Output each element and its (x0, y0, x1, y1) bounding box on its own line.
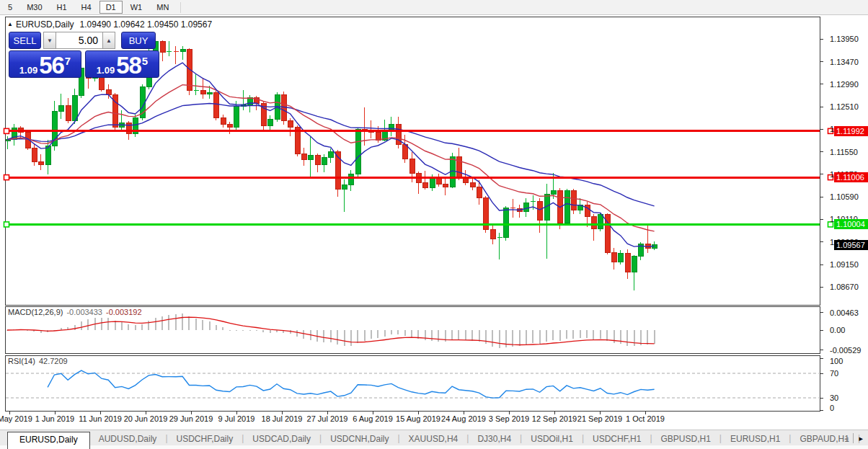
buy-button[interactable]: BUY (121, 32, 156, 49)
timeframe-button-5[interactable]: 5 (1, 1, 19, 14)
svg-text:18 Jul 2019: 18 Jul 2019 (262, 414, 303, 423)
sell-price-pip: 7 (65, 55, 71, 67)
tab-usdcnh-daily[interactable]: USDCNH,Daily (322, 432, 397, 449)
line-price-tag: 1.10004 (834, 219, 868, 229)
hline-handle (4, 222, 9, 227)
macd-main-value: -0.003433 (66, 308, 102, 316)
current-price-tag: 1.09567 (834, 240, 868, 250)
tab-usdoil-h1[interactable]: USDOil,H1 (522, 432, 582, 449)
svg-text:27 Jul 2019: 27 Jul 2019 (307, 414, 348, 423)
chart-title: ▲EURUSD,Daily1.09490 1.09642 1.09450 1.0… (7, 19, 212, 30)
svg-text:1.11550: 1.11550 (830, 148, 858, 156)
tab-xauusd-h4[interactable]: XAUUSD,H4 (400, 432, 467, 449)
svg-text:6 Aug 2019: 6 Aug 2019 (353, 414, 393, 423)
tabs-scroll-left-icon[interactable]: ◂ (841, 434, 852, 443)
tab-usdchf-daily[interactable]: USDCHF,Daily (168, 432, 242, 449)
chart-symbol-label: EURUSD,Daily (16, 19, 74, 30)
tabs-scroll-divider (853, 433, 854, 443)
macd-indicator-label: MACD(12,26,9)-0.003433-0.003192 (8, 308, 142, 316)
svg-text:1.12510: 1.12510 (830, 102, 859, 111)
macd-pane (6, 314, 655, 348)
line-price-tag: 1.11006 (834, 172, 868, 182)
tabs-scroll-controls: ◂ ▸ (841, 433, 867, 443)
one-click-trading-panel: SELL ▼ 5.00 ▲ BUY 1.09567 1.09585 (9, 32, 160, 78)
mt4-window: 5M30H1H4D1W1MN 1.139501.134701.129901.12… (0, 0, 868, 449)
hline-handle (4, 175, 9, 180)
line-price-tag: 1.11992 (834, 126, 868, 136)
svg-text:9 Jul 2019: 9 Jul 2019 (218, 414, 255, 423)
buy-price-prefix: 1.09 (97, 65, 115, 76)
svg-text:1.13470: 1.13470 (830, 58, 859, 66)
svg-text:24 Aug 2019: 24 Aug 2019 (441, 414, 486, 423)
svg-text:23 May 2019: 23 May 2019 (0, 414, 32, 423)
sell-price-big: 56 (39, 52, 64, 79)
svg-text:1.12990: 1.12990 (830, 80, 859, 89)
timeframe-button-mn[interactable]: MN (150, 1, 175, 14)
svg-text:3 Sep 2019: 3 Sep 2019 (489, 414, 529, 423)
sell-button[interactable]: SELL (9, 32, 41, 49)
rsi-pane (6, 370, 819, 398)
buy-price-pip: 5 (142, 55, 148, 67)
svg-text:0.00463: 0.00463 (830, 308, 859, 317)
svg-text:70: 70 (830, 369, 838, 378)
tab-eurusd-daily[interactable]: EURUSD,Daily (7, 432, 90, 449)
volume-input[interactable]: 5.00 (56, 32, 102, 49)
timeframe-button-m30[interactable]: M30 (20, 1, 48, 14)
tabs-holder: EURUSD,DailyAUDUSD,Daily|USDCHF,Daily|US… (0, 430, 868, 449)
volume-increase-button[interactable]: ▲ (102, 32, 115, 49)
rsi-indicator-label: RSI(14)42.7209 (8, 357, 68, 365)
buy-price-big: 58 (116, 52, 141, 79)
svg-text:1.09150: 1.09150 (830, 260, 859, 269)
timeframe-button-h1[interactable]: H1 (50, 1, 74, 14)
collapse-panel-icon[interactable]: ▲ (7, 21, 13, 27)
svg-text:21 Sep 2019: 21 Sep 2019 (577, 414, 622, 423)
svg-text:1 Jun 2019: 1 Jun 2019 (35, 414, 74, 423)
svg-text:0.00: 0.00 (830, 326, 845, 334)
chart-ohlc-values: 1.09490 1.09642 1.09450 1.09567 (80, 19, 213, 30)
chevron-down-icon: ▼ (47, 37, 53, 44)
svg-text:0: 0 (830, 404, 834, 412)
svg-text:15 Aug 2019: 15 Aug 2019 (396, 414, 440, 423)
horizontal-lines-layer[interactable] (4, 128, 833, 227)
timeframe-toolbar: 5M30H1H4D1W1MN (0, 0, 868, 15)
chart-tabs-bar: EURUSD,DailyAUDUSD,Daily|USDCHF,Daily|US… (0, 430, 868, 449)
svg-text:-0.00529: -0.00529 (830, 346, 861, 355)
tab-gbpusd-h1[interactable]: GBPUSD,H1 (652, 432, 719, 449)
tab-eurusd-h1[interactable]: EURUSD,H1 (722, 432, 789, 449)
rsi-name: RSI(14) (8, 357, 35, 365)
svg-text:100: 100 (830, 357, 843, 365)
svg-text:29 Jun 2019: 29 Jun 2019 (169, 414, 213, 423)
macd-name: MACD(12,26,9) (8, 308, 63, 316)
svg-text:1.08670: 1.08670 (830, 283, 859, 291)
svg-text:20 Jun 2019: 20 Jun 2019 (124, 414, 168, 423)
tab-usdcad-daily[interactable]: USDCAD,Daily (244, 432, 319, 449)
svg-text:11 Jun 2019: 11 Jun 2019 (79, 414, 122, 423)
toolbar-separator (180, 2, 181, 13)
tabs-scroll-right-icon[interactable]: ▸ (855, 434, 867, 443)
timeframe-button-h4[interactable]: H4 (75, 1, 98, 14)
volume-stepper: ▼ 5.00 ▲ (43, 32, 115, 49)
svg-text:1.13950: 1.13950 (830, 35, 859, 43)
volume-decrease-button[interactable]: ▼ (43, 32, 56, 49)
svg-text:12 Sep 2019: 12 Sep 2019 (532, 414, 577, 423)
svg-text:1 Oct 2019: 1 Oct 2019 (626, 414, 665, 423)
tab-usdchf-h1[interactable]: USDCHF,H1 (584, 432, 650, 449)
tab-dj30-h4[interactable]: DJ30,H4 (469, 432, 520, 449)
rsi-value: 42.7209 (39, 357, 68, 365)
sell-price-prefix: 1.09 (19, 65, 37, 76)
tab-audusd-daily[interactable]: AUDUSD,Daily (90, 432, 166, 449)
chart-window: 1.139501.134701.129901.125101.120301.115… (0, 16, 868, 430)
timeframe-button-w1[interactable]: W1 (124, 1, 149, 14)
macd-signal-value: -0.003192 (106, 308, 142, 316)
chevron-up-icon: ▲ (106, 37, 112, 44)
svg-text:1.10590: 1.10590 (830, 192, 859, 201)
sell-price-button[interactable]: 1.09567 (9, 50, 81, 78)
hline-handle (4, 128, 9, 133)
svg-text:30: 30 (830, 394, 838, 402)
axes-labels: 1.139501.134701.129901.125101.120301.115… (0, 35, 861, 423)
timeframe-button-d1[interactable]: D1 (99, 1, 123, 14)
buy-price-button[interactable]: 1.09585 (85, 50, 159, 78)
